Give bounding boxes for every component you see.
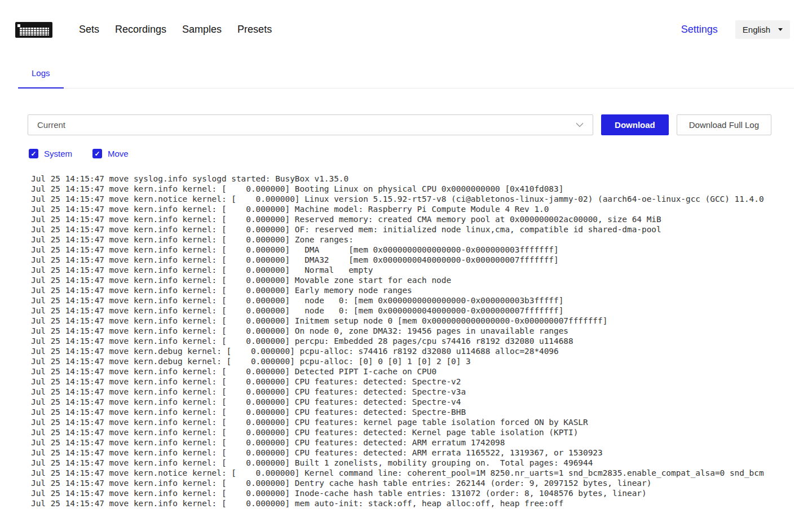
language-select[interactable]: English — [735, 20, 790, 39]
move-checkbox[interactable] — [92, 149, 102, 158]
tab-logs[interactable]: Logs — [18, 61, 64, 88]
log-line: Jul 25 14:15:47 move kern.info kernel: [… — [31, 204, 812, 214]
move-logo[interactable] — [15, 22, 52, 38]
main-nav: SetsRecordingsSamplesPresets — [79, 24, 272, 36]
log-line: Jul 25 14:15:47 move kern.info kernel: [… — [31, 448, 812, 458]
nav-item-sets[interactable]: Sets — [79, 24, 99, 36]
log-line: Jul 25 14:15:47 move kern.info kernel: [… — [31, 295, 812, 306]
header-right: Settings English — [681, 20, 790, 39]
settings-link[interactable]: Settings — [681, 24, 718, 36]
log-line: Jul 25 14:15:47 move kern.info kernel: [… — [31, 336, 812, 346]
log-line: Jul 25 14:15:47 move kern.info kernel: [… — [31, 255, 812, 265]
download-button[interactable]: Download — [601, 114, 669, 135]
log-line: Jul 25 14:15:47 move kern.info kernel: [… — [31, 387, 812, 397]
nav-item-samples[interactable]: Samples — [182, 24, 222, 36]
move-logo-pad-grid-icon — [20, 28, 49, 36]
log-line: Jul 25 14:15:47 move kern.info kernel: [… — [31, 366, 812, 377]
log-line: Jul 25 14:15:47 move kern.info kernel: [… — [31, 427, 812, 437]
log-line: Jul 25 14:15:47 move kern.info kernel: [… — [31, 377, 812, 387]
log-line: Jul 25 14:15:47 move syslog.info syslogd… — [31, 174, 812, 184]
log-filters: SystemMove — [29, 149, 794, 158]
top-nav-bar: SetsRecordingsSamplesPresets Settings En… — [0, 0, 812, 39]
log-line: Jul 25 14:15:47 move kern.info kernel: [… — [31, 478, 812, 488]
log-line: Jul 25 14:15:47 move kern.info kernel: [… — [31, 498, 812, 508]
filter-label: Move — [108, 149, 129, 158]
log-line: Jul 25 14:15:47 move kern.info kernel: [… — [31, 224, 812, 234]
log-line: Jul 25 14:15:47 move kern.notice kernel:… — [31, 468, 812, 478]
log-output: Jul 25 14:15:47 move syslog.info syslogd… — [31, 174, 812, 509]
move-logo-screen — [17, 24, 20, 27]
log-line: Jul 25 14:15:47 move kern.debug kernel: … — [31, 346, 812, 356]
caret-down-icon — [778, 28, 783, 31]
log-line: Jul 25 14:15:47 move kern.info kernel: [… — [31, 275, 812, 285]
filter-system[interactable]: System — [29, 149, 72, 158]
log-line: Jul 25 14:15:47 move kern.info kernel: [… — [31, 437, 812, 448]
log-line: Jul 25 14:15:47 move kern.info kernel: [… — [31, 488, 812, 498]
nav-item-presets[interactable]: Presets — [237, 24, 272, 36]
system-checkbox[interactable] — [29, 149, 38, 158]
log-line: Jul 25 14:15:47 move kern.info kernel: [… — [31, 285, 812, 295]
log-line: Jul 25 14:15:47 move kern.info kernel: [… — [31, 214, 812, 224]
log-line: Jul 25 14:15:47 move kern.info kernel: [… — [31, 245, 812, 255]
log-line: Jul 25 14:15:47 move kern.info kernel: [… — [31, 265, 812, 275]
log-file-select-value: Current — [37, 120, 65, 130]
log-line: Jul 25 14:15:47 move kern.debug kernel: … — [31, 356, 812, 366]
log-line: Jul 25 14:15:47 move kern.notice kernel:… — [31, 194, 812, 204]
log-line: Jul 25 14:15:47 move kern.info kernel: [… — [31, 407, 812, 417]
log-line: Jul 25 14:15:47 move kern.info kernel: [… — [31, 306, 812, 316]
language-select-value: English — [743, 25, 770, 34]
log-file-select[interactable]: Current — [28, 114, 593, 135]
tab-bar: Logs — [18, 61, 794, 88]
filter-move[interactable]: Move — [92, 149, 129, 158]
log-line: Jul 25 14:15:47 move kern.info kernel: [… — [31, 184, 812, 194]
log-line: Jul 25 14:15:47 move kern.info kernel: [… — [31, 234, 812, 245]
log-line: Jul 25 14:15:47 move kern.info kernel: [… — [31, 326, 812, 336]
log-controls: Current Download Download Full Log — [28, 114, 771, 135]
download-full-log-button[interactable]: Download Full Log — [677, 114, 771, 135]
log-line: Jul 25 14:15:47 move kern.info kernel: [… — [31, 417, 812, 427]
log-line: Jul 25 14:15:47 move kern.info kernel: [… — [31, 316, 812, 326]
nav-item-recordings[interactable]: Recordings — [115, 24, 166, 36]
filter-label: System — [44, 149, 72, 158]
chevron-down-icon — [576, 122, 584, 127]
log-line: Jul 25 14:15:47 move kern.info kernel: [… — [31, 397, 812, 407]
log-line: Jul 25 14:15:47 move kern.info kernel: [… — [31, 458, 812, 468]
